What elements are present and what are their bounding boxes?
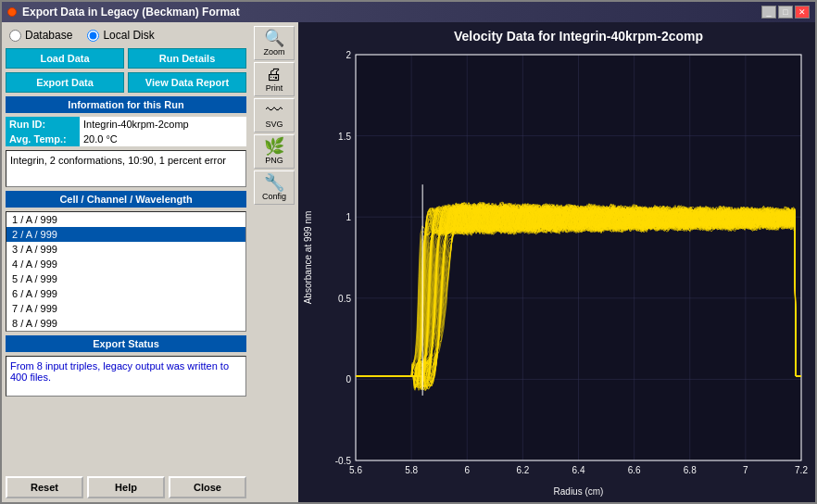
channel-item[interactable]: 3 / A / 999	[6, 242, 245, 257]
reset-button[interactable]: Reset	[6, 476, 83, 498]
channel-item[interactable]: 8 / A / 999	[6, 316, 245, 331]
export-status-header: Export Status	[6, 335, 246, 352]
run-id-label: Run ID:	[6, 117, 80, 132]
zoom-label: Zoom	[263, 47, 284, 57]
config-label: Config	[262, 192, 286, 201]
close-button[interactable]: Close	[169, 476, 246, 498]
localdisk-radio[interactable]	[87, 30, 99, 42]
maximize-button[interactable]: □	[778, 6, 793, 19]
png-button[interactable]: 🌿 PNG	[254, 134, 295, 169]
help-button[interactable]: Help	[87, 476, 165, 498]
svg-button[interactable]: 〰 SVG	[254, 98, 295, 132]
window-icon	[7, 7, 17, 17]
description-box: Integrin, 2 conformations, 10:90, 1 perc…	[6, 150, 246, 187]
print-label: Print	[266, 83, 283, 93]
minimize-button[interactable]: _	[761, 6, 776, 19]
print-icon: 🖨	[266, 66, 283, 82]
velocity-chart	[298, 22, 815, 502]
channel-item[interactable]: 4 / A / 999	[6, 257, 245, 271]
channel-item[interactable]: 2 / A / 999	[6, 227, 245, 242]
tool-panel: 🔍 Zoom 🖨 Print 〰 SVG 🌿 PNG 🔧 Config	[250, 22, 298, 502]
title-controls: _ □ ✕	[761, 6, 810, 19]
zoom-button[interactable]: 🔍 Zoom	[254, 26, 295, 60]
config-button[interactable]: 🔧 Config	[254, 170, 295, 205]
title-bar-left: Export Data in Legacy (Beckman) Format	[7, 6, 240, 19]
left-panel: Database Local Disk Load Data Run Detail…	[2, 22, 250, 502]
export-data-button[interactable]: Export Data	[6, 72, 124, 93]
svg-label: SVG	[265, 120, 283, 129]
run-details-button[interactable]: Run Details	[128, 48, 246, 69]
run-id-row: Run ID: Integrin-40krpm-2comp	[6, 117, 246, 132]
main-window: Export Data in Legacy (Beckman) Format _…	[0, 0, 817, 504]
svg-icon: 〰	[266, 102, 283, 119]
localdisk-radio-label[interactable]: Local Disk	[87, 29, 154, 42]
view-data-report-button[interactable]: View Data Report	[128, 72, 246, 93]
png-label: PNG	[265, 156, 283, 165]
title-bar: Export Data in Legacy (Beckman) Format _…	[2, 2, 815, 22]
print-button[interactable]: 🖨 Print	[254, 62, 295, 96]
window-title: Export Data in Legacy (Beckman) Format	[22, 6, 240, 19]
database-radio[interactable]	[9, 30, 21, 42]
info-section-header: Information for this Run	[6, 96, 246, 113]
info-table: Run ID: Integrin-40krpm-2comp Avg. Temp.…	[6, 117, 246, 146]
channel-item[interactable]: 6 / A / 999	[6, 286, 245, 301]
database-label: Database	[25, 29, 72, 42]
channel-item[interactable]: 7 / A / 999	[6, 301, 245, 316]
avg-temp-row: Avg. Temp.: 20.0 °C	[6, 132, 246, 146]
channel-item[interactable]: 5 / A / 999	[6, 271, 245, 286]
chart-area: Velocity Data for Integrin-40krpm-2comp …	[298, 22, 815, 502]
png-icon: 🌿	[264, 138, 284, 155]
database-radio-label[interactable]: Database	[9, 29, 72, 42]
channel-item[interactable]: 1 / A / 999	[6, 212, 245, 227]
channel-section-header: Cell / Channel / Wavelength	[6, 191, 246, 208]
zoom-icon: 🔍	[264, 30, 284, 46]
config-icon: 🔧	[264, 174, 284, 191]
close-window-button[interactable]: ✕	[795, 6, 810, 19]
run-id-value: Integrin-40krpm-2comp	[80, 117, 246, 132]
source-selection: Database Local Disk	[6, 26, 246, 44]
channel-list: 1 / A / 9992 / A / 9993 / A / 9994 / A /…	[6, 211, 246, 332]
second-button-row: Export Data View Data Report	[6, 72, 246, 93]
bottom-button-row: Reset Help Close	[6, 476, 246, 498]
content-area: Database Local Disk Load Data Run Detail…	[2, 22, 815, 502]
load-data-button[interactable]: Load Data	[6, 48, 124, 69]
localdisk-label: Local Disk	[103, 29, 154, 42]
top-button-row: Load Data Run Details	[6, 48, 246, 69]
avg-temp-label: Avg. Temp.:	[6, 132, 80, 146]
avg-temp-value: 20.0 °C	[80, 132, 246, 146]
export-status-text: From 8 input triples, legacy output was …	[6, 356, 246, 397]
